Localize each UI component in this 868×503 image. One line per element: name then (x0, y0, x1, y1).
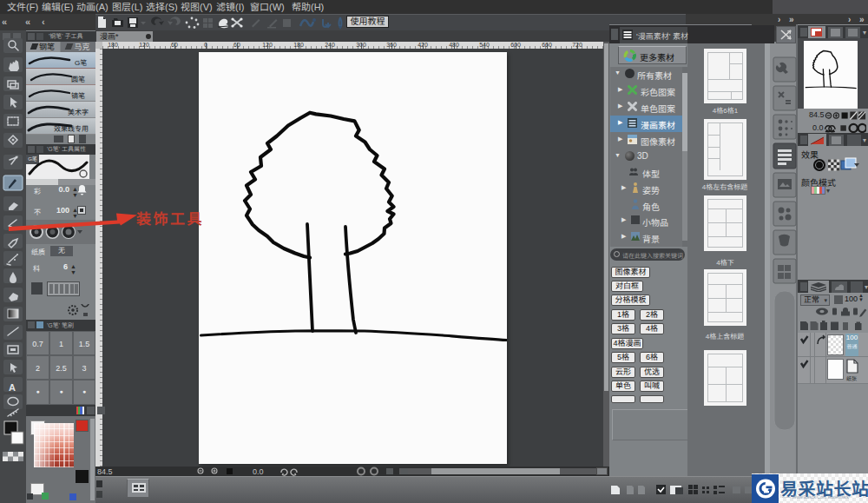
svg-text:A: A (9, 382, 16, 393)
